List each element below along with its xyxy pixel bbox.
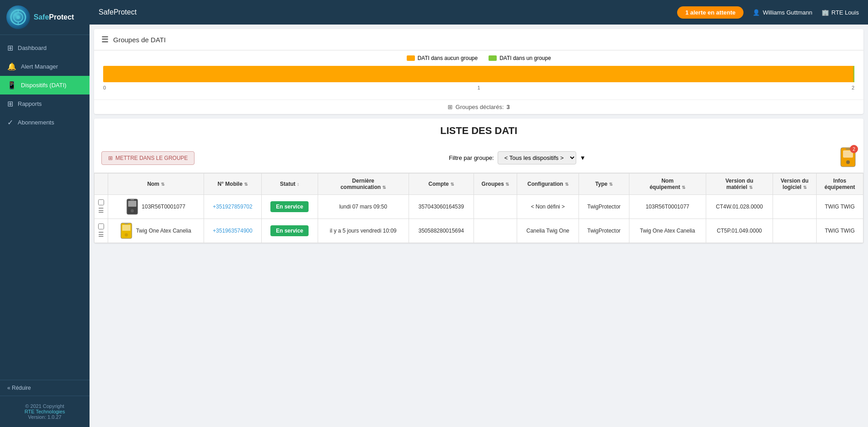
- table-wrapper: Nom ⇅ N° Mobile ⇅ Statut ↕ Dernièrecommu…: [94, 173, 863, 243]
- chart-area: DATI dans aucun groupe DATI dans un grou…: [94, 50, 863, 99]
- sort-icon-groupes[interactable]: ⇅: [505, 182, 509, 187]
- cell-derniere-comm: lundi 07 mars 09:50: [318, 195, 409, 219]
- green-dot: [489, 55, 497, 61]
- dashboard-icon: ⊞: [7, 44, 13, 52]
- cell-nom: Twig One Atex Canelia: [108, 219, 204, 243]
- sidebar-item-alert-manager[interactable]: 🔔 Alert Manager: [0, 57, 90, 76]
- table-controls: ⊞ METTRE DANS LE GROUPE Filtre par group…: [94, 143, 863, 173]
- groupes-title: Groupes de DATI: [113, 36, 166, 44]
- dati-table: Nom ⇅ N° Mobile ⇅ Statut ↕ Dernièrecommu…: [94, 173, 863, 243]
- chart-bar: [103, 66, 854, 82]
- group-btn-icon: ⊞: [108, 155, 113, 161]
- groupes-card-header: ☰ Groupes de DATI: [94, 29, 863, 50]
- cell-groupes: [474, 195, 517, 219]
- cell-statut: En service: [262, 219, 318, 243]
- mobile-link[interactable]: +351963574900: [213, 228, 252, 234]
- sidebar-item-label: Alert Manager: [21, 63, 58, 70]
- row-controls: ☰: [95, 195, 108, 219]
- row-checkbox[interactable]: [98, 199, 104, 205]
- axis-label-1: 1: [477, 85, 480, 90]
- row-nom: 103R56T0001077: [142, 204, 185, 210]
- sidebar-item-abonnements[interactable]: ✓ Abonnements: [0, 113, 90, 132]
- svg-rect-10: [128, 201, 136, 207]
- th-infos: Infoséquipement: [816, 174, 863, 195]
- rapports-icon: ⊞: [7, 99, 13, 108]
- legend-orange-label: DATI dans aucun groupe: [418, 55, 478, 61]
- notification-badge: 2: [850, 145, 858, 153]
- sort-icon-nom[interactable]: ⇅: [161, 182, 165, 187]
- row-drag-icon[interactable]: ☰: [98, 231, 104, 238]
- mettre-dans-groupe-button[interactable]: ⊞ METTRE DANS LE GROUPE: [101, 151, 195, 165]
- device-icon: [126, 199, 138, 215]
- sort-icon-comm[interactable]: ⇅: [382, 185, 386, 190]
- th-nom: Nom ⇅: [108, 174, 204, 195]
- cell-type: TwigProtector: [579, 219, 629, 243]
- chart-axis: 0 1 2: [103, 85, 854, 90]
- th-version-logiciel: Version dulogiciel ⇅: [773, 174, 817, 195]
- axis-label-2: 2: [852, 85, 854, 90]
- row-drag-icon[interactable]: ☰: [98, 207, 104, 214]
- user-name: Williams Guttmann: [763, 9, 812, 16]
- svg-point-7: [846, 160, 850, 164]
- th-checkbox: [95, 174, 108, 195]
- th-configuration: Configuration ⇅: [517, 174, 579, 195]
- mobile-icon: 📱: [7, 81, 16, 89]
- sidebar-item-dashboard[interactable]: ⊞ Dashboard: [0, 39, 90, 57]
- app-title: SafeProtect: [99, 8, 668, 16]
- svg-rect-16: [125, 223, 128, 224]
- status-badge: En service: [270, 225, 309, 236]
- cell-version-logiciel: [773, 219, 817, 243]
- cell-mobile: +351927859702: [204, 195, 261, 219]
- row-checkbox[interactable]: [98, 223, 104, 229]
- cell-version-materiel: CT4W.01.028.0000: [706, 195, 773, 219]
- bell-icon: 🔔: [7, 62, 16, 71]
- cell-version-logiciel: [773, 195, 817, 219]
- sidebar-item-label: Dispositifs (DATI): [21, 82, 66, 89]
- sidebar-item-label: Abonnements: [18, 119, 54, 126]
- row-nom: Twig One Atex Canelia: [136, 228, 191, 234]
- legend-orange: DATI dans aucun groupe: [407, 55, 478, 61]
- th-mobile: N° Mobile ⇅: [204, 174, 261, 195]
- sidebar-reduce-button[interactable]: « Réduire: [0, 380, 90, 396]
- sort-icon-statut[interactable]: ↕: [297, 182, 299, 187]
- sidebar-item-dispositifs[interactable]: 📱 Dispositifs (DATI): [0, 76, 90, 94]
- user-icon: 👤: [753, 9, 760, 16]
- sort-icon-type[interactable]: ⇅: [609, 182, 613, 187]
- filter-area: Filtre par groupe: < Tous les dispositif…: [449, 151, 586, 164]
- sort-icon-mobile[interactable]: ⇅: [244, 182, 248, 187]
- groups-footer: ⊞ Groupes déclarés: 3: [94, 99, 863, 114]
- sidebar-item-rapports[interactable]: ⊞ Rapports: [0, 94, 90, 113]
- chart-bar-green: [853, 66, 854, 82]
- alert-badge[interactable]: 1 alerte en attente: [677, 6, 744, 19]
- cell-infos: TWIG TWIG: [816, 219, 863, 243]
- company-link[interactable]: RTE Technologies: [25, 409, 65, 414]
- th-derniere-comm: Dernièrecommunication ⇅: [318, 174, 409, 195]
- sidebar-footer: © 2021 Copyright RTE Technologies Versio…: [0, 396, 90, 427]
- cell-type: TwigProtector: [579, 195, 629, 219]
- groups-footer-label: Groupes déclarés:: [455, 104, 504, 110]
- liste-title: LISTE DES DATI: [94, 119, 863, 143]
- svg-rect-14: [122, 225, 130, 231]
- svg-point-2: [16, 15, 20, 19]
- sort-icon-mat[interactable]: ⇅: [749, 185, 753, 190]
- cell-compte: 350588280015694: [409, 219, 474, 243]
- device-icon: [120, 223, 132, 239]
- sort-icon-nom-eq[interactable]: ⇅: [682, 185, 685, 190]
- mobile-link[interactable]: +351927859702: [213, 204, 252, 210]
- liste-dati-card: LISTE DES DATI ⊞ METTRE DANS LE GROUPE F…: [94, 119, 863, 243]
- reduce-label: « Réduire: [7, 385, 31, 391]
- axis-label-0: 0: [103, 85, 106, 90]
- table-row: ☰ Twig One Atex Canelia +351963574900 En…: [95, 219, 863, 243]
- th-nom-equipement: Noméquipement ⇅: [629, 174, 706, 195]
- sort-icon-log[interactable]: ⇅: [803, 185, 807, 190]
- table-header-row: Nom ⇅ N° Mobile ⇅ Statut ↕ Dernièrecommu…: [95, 174, 863, 195]
- cell-nom-equipement: 103R56T0001077: [629, 195, 706, 219]
- copyright-text: © 2021 Copyright: [7, 403, 82, 409]
- device-widget: 2: [840, 147, 856, 169]
- sort-icon-compte[interactable]: ⇅: [450, 182, 454, 187]
- sidebar-logo: SafeProtect: [0, 0, 90, 35]
- th-type: Type ⇅: [579, 174, 629, 195]
- filter-select[interactable]: < Tous les dispositifs >: [498, 151, 576, 164]
- sidebar: SafeProtect ⊞ Dashboard 🔔 Alert Manager …: [0, 0, 90, 427]
- sort-icon-config[interactable]: ⇅: [565, 182, 569, 187]
